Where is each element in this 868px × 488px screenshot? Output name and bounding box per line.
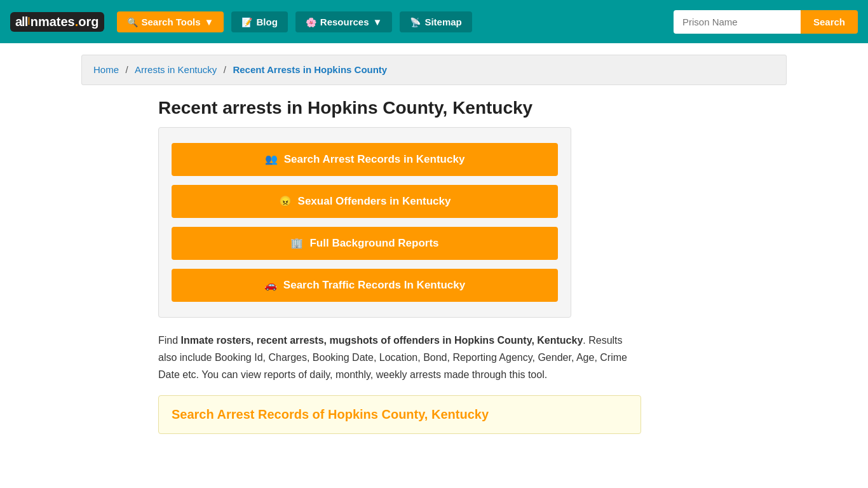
traffic-records-label: Search Traffic Records In Kentucky <box>283 279 465 292</box>
desc-bold: Inmate rosters, recent arrests, mugshots… <box>181 335 583 346</box>
resources-label: Resources <box>320 17 369 27</box>
sexual-offenders-label: Sexual Offenders in Kentucky <box>298 195 451 208</box>
logo[interactable]: allInmates.org <box>10 12 104 32</box>
breadcrumb-sep-1: / <box>125 64 128 75</box>
search-tools-button[interactable]: Search Tools ▼ <box>117 11 224 32</box>
sitemap-label: Sitemap <box>424 17 461 27</box>
sexual-offenders-icon <box>279 195 292 208</box>
header: allInmates.org Search Tools ▼ Blog Resou… <box>0 0 868 43</box>
sitemap-button[interactable]: Sitemap <box>400 11 471 32</box>
breadcrumb-sep-2: / <box>224 64 226 75</box>
blog-icon <box>241 17 252 27</box>
logo-all-text: all <box>15 15 27 29</box>
background-reports-label: Full Background Reports <box>309 237 438 250</box>
desc-prefix: Find <box>158 335 181 346</box>
traffic-records-icon <box>264 279 277 292</box>
prison-search-button[interactable]: Search <box>801 10 858 34</box>
breadcrumb-arrests-kentucky[interactable]: Arrests in Kentucky <box>135 64 217 75</box>
header-search: Search <box>674 10 858 34</box>
breadcrumb-current: Recent Arrests in Hopkins County <box>233 64 387 75</box>
page-title: Recent arrests in Hopkins County, Kentuc… <box>158 98 710 118</box>
traffic-records-button[interactable]: Search Traffic Records In Kentucky <box>172 269 558 302</box>
search-section: Search Arrest Records of Hopkins County,… <box>158 395 641 434</box>
background-reports-icon <box>290 237 303 250</box>
search-arrest-records-button[interactable]: Search Arrest Records in Kentucky <box>172 143 558 176</box>
search-tools-chevron: ▼ <box>205 17 214 27</box>
resources-button[interactable]: Resources ▼ <box>295 11 393 32</box>
blog-label: Blog <box>256 17 277 27</box>
sexual-offenders-button[interactable]: Sexual Offenders in Kentucky <box>172 185 558 218</box>
description-text: Find Inmate rosters, recent arrests, mug… <box>158 332 641 384</box>
action-buttons-box: Search Arrest Records in Kentucky Sexual… <box>158 127 571 318</box>
logo-nmates-text: nmates <box>31 15 75 29</box>
breadcrumb: Home / Arrests in Kentucky / Recent Arre… <box>93 64 775 76</box>
background-reports-button[interactable]: Full Background Reports <box>172 227 558 260</box>
prison-search-input[interactable] <box>674 10 801 34</box>
search-section-title: Search Arrest Records of Hopkins County,… <box>172 407 628 422</box>
logo-org-text: org <box>78 15 98 29</box>
search-arrest-label: Search Arrest Records in Kentucky <box>284 153 465 166</box>
search-tools-icon <box>127 17 138 27</box>
resources-chevron: ▼ <box>373 17 383 27</box>
blog-button[interactable]: Blog <box>231 11 287 32</box>
breadcrumb-home[interactable]: Home <box>93 64 119 75</box>
resources-icon <box>306 17 316 27</box>
search-arrest-icon <box>265 153 278 166</box>
sitemap-icon <box>410 17 421 27</box>
breadcrumb-container: Home / Arrests in Kentucky / Recent Arre… <box>81 55 787 85</box>
search-tools-label: Search Tools <box>142 17 201 27</box>
main-content: Recent arrests in Hopkins County, Kentuc… <box>148 98 720 434</box>
